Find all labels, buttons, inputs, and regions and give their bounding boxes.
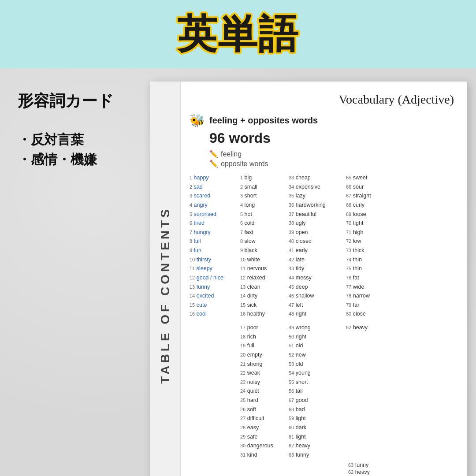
section-label-text: feeling + opposites words xyxy=(209,115,318,126)
list-item: 74 thin xyxy=(346,255,390,264)
list-item: 80 close xyxy=(346,309,390,319)
list-item: 5 hot xyxy=(240,210,286,219)
list-item: 79 far xyxy=(346,301,390,310)
list-item: 70 tight xyxy=(346,219,390,228)
list-item: 24 quiet xyxy=(240,387,286,396)
list-item: 51 old xyxy=(289,341,344,350)
list-item: 38 ugly xyxy=(289,219,344,228)
list-item: 34 expensive xyxy=(289,182,344,192)
list-item: 73 thick xyxy=(346,246,390,255)
list-item: 6 tired xyxy=(190,219,238,228)
list-item: 31 kind xyxy=(240,450,286,460)
list-item: 35 lazy xyxy=(289,191,344,201)
list-item: 56 tall xyxy=(289,387,344,396)
list-item: 11 sleepy xyxy=(190,264,238,273)
bee-icon: 🐝 xyxy=(190,113,205,128)
word-count: 96 words xyxy=(209,130,458,146)
list-item: 3 scared xyxy=(190,191,238,201)
list-item: 20 empty xyxy=(240,350,286,360)
list-item: 27 difficult xyxy=(240,414,286,423)
list-item: 63 funny xyxy=(289,450,344,460)
list-item: 14 excited xyxy=(190,291,238,301)
column-3: 33 cheap 34 expensive 35 lazy 36 hardwor… xyxy=(289,173,346,459)
list-item: 25 hard xyxy=(240,396,286,405)
column-4: 65 sweet 66 sour 67 straight 68 curly 69… xyxy=(346,173,390,459)
toc-label: TABLE OF CONTENTS xyxy=(158,207,172,384)
list-item: 48 right xyxy=(289,309,344,319)
list-item: 65 sweet xyxy=(346,173,390,182)
list-item: 15 sick xyxy=(240,301,286,310)
list-item: 39 open xyxy=(289,228,344,237)
list-item: 40 closed xyxy=(289,237,344,246)
pencil-icon-1: ✏️ xyxy=(209,150,218,158)
list-item: 75 thin xyxy=(346,264,390,273)
list-item: 18 rich xyxy=(240,332,286,342)
bullet-2: ・感情・機嫌 xyxy=(18,149,132,169)
list-item: 45 deep xyxy=(289,283,344,292)
list-item: 71 high xyxy=(346,228,390,237)
list-item: 14 dirty xyxy=(240,291,286,301)
list-item: 68 bad xyxy=(289,405,344,414)
list-item: 50 right xyxy=(289,332,344,342)
list-item: 13 funny xyxy=(190,283,238,292)
list-item: 7 hungry xyxy=(190,228,238,237)
list-item: 8 slow xyxy=(240,237,286,246)
list-item: 2 sad xyxy=(190,182,238,192)
list-item: 1 big xyxy=(240,173,286,182)
list-item: 36 hardworking xyxy=(289,201,344,210)
list-item: 16 cool xyxy=(190,309,238,319)
list-item: 17 poor xyxy=(240,323,286,332)
list-item: 26 soft xyxy=(240,405,286,414)
word-columns: 1 happy 2 sad 3 scared 4 angry 5 surpris… xyxy=(190,173,458,459)
toc-sidebar: TABLE OF CONTENTS xyxy=(150,82,181,476)
list-item: 4 long xyxy=(240,201,286,210)
list-item: 28 easy xyxy=(240,423,286,432)
bullet-list: ・反対言葉 ・感情・機嫌 xyxy=(18,130,132,169)
list-item: 37 beautiful xyxy=(289,210,344,219)
list-item: 30 dangerous xyxy=(240,441,286,450)
list-item: 62 heavy xyxy=(346,323,390,332)
column-2: 1 big 2 small 3 short 4 long 5 hot 6 col… xyxy=(240,173,289,459)
list-item: 1 happy xyxy=(190,173,238,182)
left-panel: 形容詞カード ・反対言葉 ・感情・機嫌 xyxy=(0,68,150,476)
list-item: 42 late xyxy=(289,255,344,264)
list-item: 47 left xyxy=(289,301,344,310)
list-item: 68 curly xyxy=(346,201,390,210)
list-item: 62 heavy xyxy=(289,441,344,450)
list-item: 53 old xyxy=(289,360,344,369)
lower-section: 形容詞カード ・反対言葉 ・感情・機嫌 TABLE OF CONTENTS Vo… xyxy=(0,68,476,476)
list-item: 5 surprised xyxy=(190,210,238,219)
top-banner: 英単語 xyxy=(0,0,476,68)
list-item: 67 good xyxy=(289,396,344,405)
list-item: 66 sour xyxy=(346,182,390,192)
list-item: 78 narrow xyxy=(346,291,390,301)
list-item: 52 new xyxy=(289,350,344,360)
opposite-text: opposite words xyxy=(221,160,268,168)
list-item: 76 fat xyxy=(346,273,390,283)
list-item: 8 full xyxy=(190,237,238,246)
list-item: 69 loose xyxy=(346,210,390,219)
list-item: 29 safe xyxy=(240,432,286,442)
list-item: 12 good / nice xyxy=(190,273,238,283)
list-item: 61 light xyxy=(289,432,344,442)
feeling-text: feeling xyxy=(221,150,242,158)
list-item: 59 light xyxy=(289,414,344,423)
list-item: 46 shallow xyxy=(289,291,344,301)
list-item: 72 low xyxy=(346,237,390,246)
subtitle: 形容詞カード xyxy=(18,90,132,112)
list-item: 15 cute xyxy=(190,301,238,310)
list-item: 10 white xyxy=(240,255,286,264)
pencil-icon-2: ✏️ xyxy=(209,160,218,168)
list-item: 16 healthy xyxy=(240,309,286,319)
list-item: 55 short xyxy=(289,378,344,387)
list-item: 13 clean xyxy=(240,283,286,292)
list-item: 41 early xyxy=(289,246,344,255)
list-item: 22 weak xyxy=(240,368,286,378)
card-title: Vocabulary (Adjective) xyxy=(190,93,458,107)
sub-label-opposite: ✏️ opposite words xyxy=(209,160,458,168)
list-item: 9 fun xyxy=(190,246,238,255)
list-item: 10 thirsty xyxy=(190,255,238,264)
list-item: 9 black xyxy=(240,246,286,255)
list-item: 3 short xyxy=(240,191,286,201)
list-item: 33 cheap xyxy=(289,173,344,182)
